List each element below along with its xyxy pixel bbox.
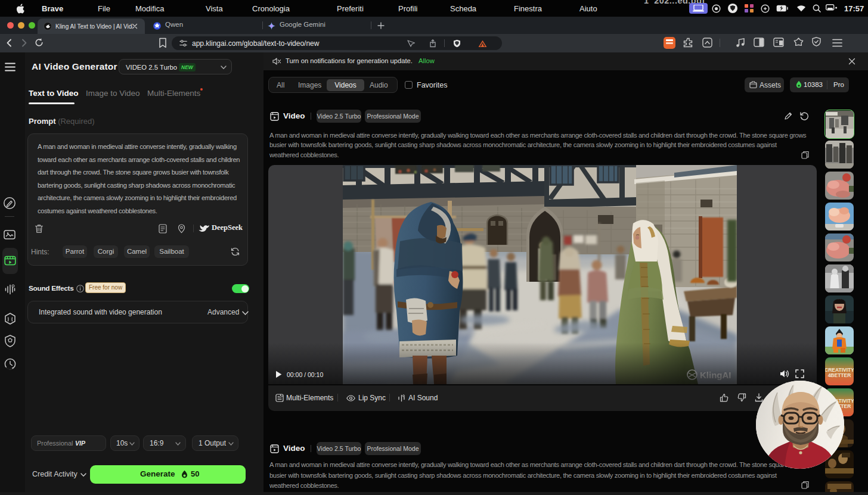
svg-text:4BETTER: 4BETTER — [828, 372, 851, 378]
